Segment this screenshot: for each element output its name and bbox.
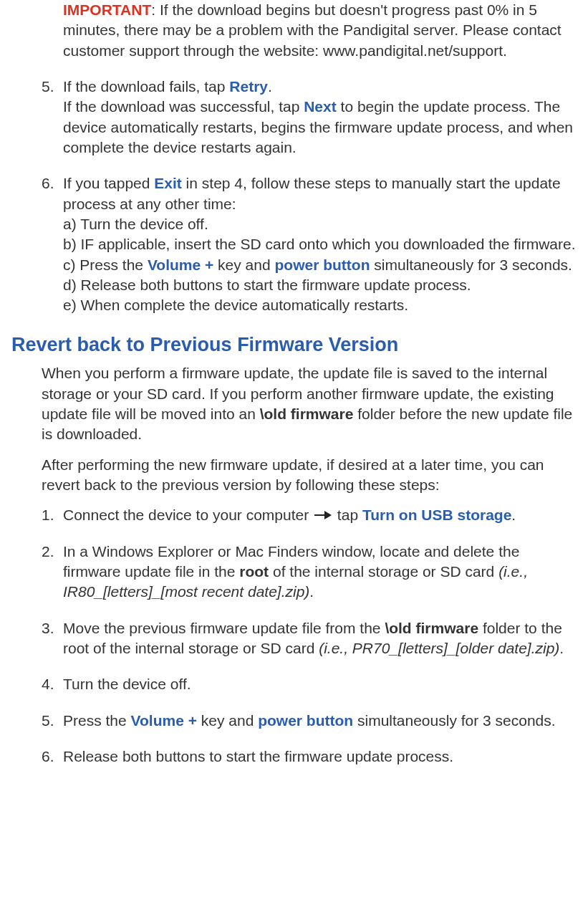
revert-step-3-number: 3. [42,618,54,638]
important-label: IMPORTANT [63,1,151,18]
step-6c-b: key and [213,256,274,273]
exit-label: Exit [154,175,182,191]
revert-step-2-b: of the internal storage or SD card [269,563,498,580]
revert-step-1: 1. Connect the device to your computer t… [11,505,577,525]
step-6a: a) Turn the device off. [63,214,577,234]
revert-step-5: 5. Press the Volume + key and power butt… [11,711,577,731]
next-label: Next [304,98,337,115]
old-firmware-label: \old firmware [260,406,354,422]
revert-step-1-c: . [511,507,516,523]
revert-step-5-number: 5. [42,711,54,731]
revert-step-4-number: 4. [42,674,54,694]
revert-heading: Revert back to Previous Firmware Version [11,332,577,358]
step-6d: d) Release both buttons to start the fir… [63,275,577,295]
revert-step-5-c: simultaneously for 3 seconds. [353,712,555,729]
document-content: IMPORTANT: If the download begins but do… [11,0,577,767]
revert-step-2-c: . [309,583,314,600]
revert-step-1-a: Connect the device to your computer [63,507,313,523]
step-5: 5. If the download fails, tap Retry. If … [11,77,577,158]
root-label: root [239,563,269,580]
step-5-text-1a: If the download fails, tap [63,78,229,95]
step-6e: e) When complete the device automaticall… [63,295,577,315]
old-firmware-label-2: \old firmware [385,620,478,636]
revert-para-1: When you perform a firmware update, the … [11,363,577,444]
revert-step-3-c: . [559,640,564,656]
volume-plus-label: Volume + [148,256,213,273]
revert-step-6-number: 6. [42,747,54,767]
revert-step-5-b: key and [197,712,258,729]
arrow-right-icon [314,507,332,519]
revert-step-1-number: 1. [42,505,54,525]
power-button-label-2: power button [258,712,353,729]
step-5-number: 5. [42,77,54,97]
revert-step-1-b: tap [333,507,362,523]
revert-step-3-a: Move the previous firmware update file f… [63,620,385,636]
usb-storage-label: Turn on USB storage [362,507,511,523]
revert-step-6-a: Release both buttons to start the firmwa… [63,748,453,764]
revert-step-3: 3. Move the previous firmware update fil… [11,618,577,659]
step-6b: b) IF applicable, insert the SD card ont… [63,234,577,254]
retry-label: Retry [229,78,268,95]
revert-step-3-example: (i.e., PR70_[letters]_[older date].zip) [319,640,559,656]
revert-step-5-a: Press the [63,712,131,729]
step-6c-a: c) Press the [63,256,148,273]
revert-step-4: 4. Turn the device off. [11,674,577,694]
step-6c-c: simultaneously for 3 seconds. [370,256,572,273]
step-5-text-1b: . [268,78,272,95]
step-6-number: 6. [42,173,54,193]
revert-step-2: 2. In a Windows Explorer or Mac Finders … [11,542,577,603]
step-5-text-2a: If the download was successful, tap [63,98,304,115]
volume-plus-label-2: Volume + [131,712,197,729]
power-button-label: power button [275,256,370,273]
revert-step-2-number: 2. [42,542,54,562]
revert-para-2: After performing the new firmware update… [11,455,577,496]
step-6-intro-a: If you tapped [63,175,154,191]
step-4-important: IMPORTANT: If the download begins but do… [11,0,577,61]
revert-step-6: 6. Release both buttons to start the fir… [11,747,577,767]
revert-step-4-a: Turn the device off. [63,676,191,692]
step-6: 6. If you tapped Exit in step 4, follow … [11,173,577,315]
